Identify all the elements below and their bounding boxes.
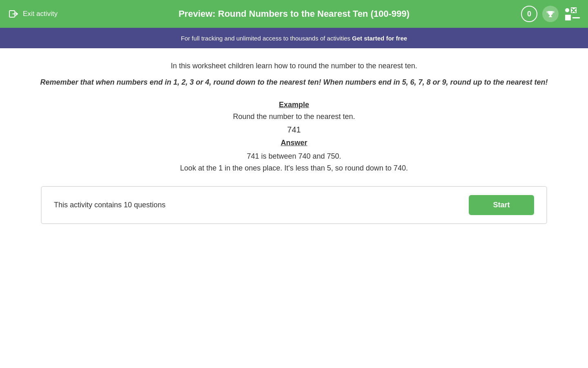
rule-text: Remember that when numbers end in 1, 2, …	[33, 76, 555, 88]
example-section: Example Round the number to the nearest …	[33, 101, 555, 174]
svg-rect-4	[547, 11, 548, 13]
activity-box: This activity contains 10 questions Star…	[41, 186, 547, 224]
svg-rect-3	[549, 16, 552, 17]
answer-line1: 741 is between 740 and 750.	[33, 150, 555, 162]
exit-icon	[8, 8, 20, 20]
get-started-link[interactable]: Get started for free	[352, 35, 407, 42]
example-number: 741	[33, 125, 555, 135]
header-controls: 0	[521, 6, 580, 22]
menu-icon[interactable]	[565, 7, 580, 20]
activity-info: This activity contains 10 questions	[54, 201, 165, 209]
exit-activity-button[interactable]: Exit activity	[8, 8, 58, 20]
svg-rect-5	[553, 11, 554, 13]
answer-line2: Look at the 1 in the ones place. It's le…	[33, 162, 555, 174]
promo-banner: For full tracking and unlimited access t…	[0, 28, 588, 48]
app-header: Exit activity Preview: Round Numbers to …	[0, 0, 588, 28]
example-label: Example	[33, 101, 555, 109]
score-badge: 0	[521, 6, 537, 22]
exit-activity-label: Exit activity	[23, 10, 58, 18]
activity-title: Preview: Round Numbers to the Nearest Te…	[178, 9, 410, 19]
start-button[interactable]: Start	[469, 195, 534, 215]
trophy-icon[interactable]	[542, 6, 559, 22]
main-content: In this worksheet children learn how to …	[0, 48, 588, 236]
example-instruction: Round the number to the nearest ten.	[33, 112, 555, 121]
svg-rect-2	[550, 15, 551, 16]
intro-text: In this worksheet children learn how to …	[33, 61, 555, 72]
answer-label: Answer	[33, 139, 555, 147]
banner-text: For full tracking and unlimited access t…	[181, 35, 350, 42]
